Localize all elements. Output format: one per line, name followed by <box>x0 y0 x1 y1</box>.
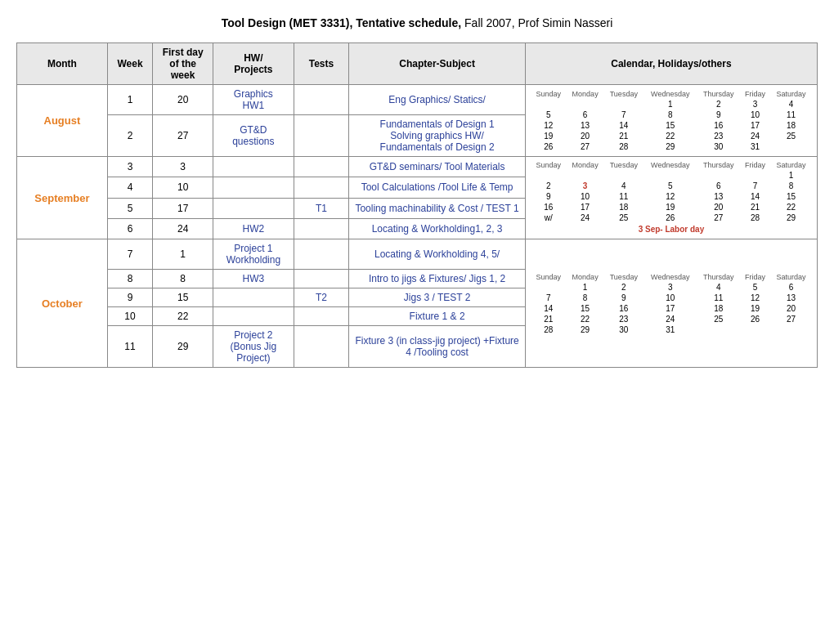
calendar-august: SundayMondayTuesdayWednesdayThursdayFrid… <box>525 85 817 157</box>
hw-3 <box>213 157 294 177</box>
firstday-20: 20 <box>153 85 213 115</box>
aug-mini-cal: SundayMondayTuesdayWednesdayThursdayFrid… <box>531 89 812 152</box>
firstday-3: 3 <box>153 157 213 177</box>
tests-9: T2 <box>294 288 349 307</box>
week-6: 6 <box>107 218 152 239</box>
title-normal: Fall 2007, Prof Simin Nasseri <box>464 16 612 29</box>
firstday-8oct: 8 <box>153 270 213 288</box>
subject-9: Jigs 3 / TEST 2 <box>349 288 526 307</box>
schedule-table: Month Week First dayof the week HW/Proje… <box>16 42 818 368</box>
subject-10: Fixture 1 & 2 <box>349 307 526 326</box>
week-10: 10 <box>107 307 152 326</box>
subject-7: Locating & Workholding 4, 5/ <box>349 239 526 270</box>
month-october: October <box>17 239 108 368</box>
header-firstday: First dayof the week <box>153 43 213 85</box>
subject-1: Eng Graphics/ Statics/ <box>349 85 526 115</box>
header-week: Week <box>107 43 152 85</box>
tests-7 <box>294 239 349 270</box>
tests-2 <box>294 115 349 157</box>
table-row: October 7 1 Project 1Workholding Locatin… <box>17 239 818 270</box>
subject-5: Tooling machinability & Cost / TEST 1 <box>349 198 526 218</box>
header-month: Month <box>17 43 108 85</box>
subject-4: Tool Calculations /Tool Life & Temp <box>349 177 526 198</box>
firstday-10: 10 <box>153 177 213 198</box>
week-7: 7 <box>107 239 152 270</box>
hw-9 <box>213 288 294 307</box>
week-3: 3 <box>107 157 152 177</box>
firstday-15oct: 15 <box>153 288 213 307</box>
hw-10 <box>213 307 294 326</box>
firstday-1oct: 1 <box>153 239 213 270</box>
tests-3 <box>294 157 349 177</box>
firstday-27: 27 <box>153 115 213 157</box>
title-bold: Tool Design (MET 3331), Tentative schedu… <box>222 16 462 29</box>
tests-5: T1 <box>294 198 349 218</box>
tests-11 <box>294 326 349 368</box>
subject-2: Fundamentals of Design 1 Solving graphic… <box>349 115 526 157</box>
hw-4 <box>213 177 294 198</box>
hw-8: HW3 <box>213 270 294 288</box>
hw-gtd: GT&Dquestions <box>213 115 294 157</box>
table-header-row: Month Week First dayof the week HW/Proje… <box>17 43 818 85</box>
header-tests: Tests <box>294 43 349 85</box>
tests-1 <box>294 85 349 115</box>
subject-3: GT&D seminars/ Tool Materials <box>349 157 526 177</box>
calendar-september: SundayMondayTuesdayWednesdayThursdayFrid… <box>525 157 817 239</box>
labor-day-note: 3 Sep- Labor day <box>531 223 812 235</box>
firstday-24: 24 <box>153 218 213 239</box>
week-9: 9 <box>107 288 152 307</box>
firstday-29oct: 29 <box>153 326 213 368</box>
month-august: August <box>17 85 108 157</box>
header-subject: Chapter-Subject <box>349 43 526 85</box>
subject-6: Locating & Workholding1, 2, 3 <box>349 218 526 239</box>
subject-11: Fixture 3 (in class-jig project) +Fixtur… <box>349 326 526 368</box>
week-8: 8 <box>107 270 152 288</box>
sep-mini-cal: SundayMondayTuesdayWednesdayThursdayFrid… <box>531 160 812 223</box>
week-11: 11 <box>107 326 152 368</box>
tests-4 <box>294 177 349 198</box>
week-5: 5 <box>107 198 152 218</box>
page-title: Tool Design (MET 3331), Tentative schedu… <box>16 16 818 29</box>
hw-11: Project 2(Bonus JigProject) <box>213 326 294 368</box>
hw-5 <box>213 198 294 218</box>
firstday-17: 17 <box>153 198 213 218</box>
oct-mini-cal: SundayMondayTuesdayWednesdayThursdayFrid… <box>531 272 812 335</box>
week-4: 4 <box>107 177 152 198</box>
subject-8: Intro to jigs & Fixtures/ Jigs 1, 2 <box>349 270 526 288</box>
week-2: 2 <box>107 115 152 157</box>
table-row: August 1 20 GraphicsHW1 Eng Graphics/ St… <box>17 85 818 115</box>
tests-8 <box>294 270 349 288</box>
tests-6 <box>294 218 349 239</box>
firstday-22oct: 22 <box>153 307 213 326</box>
hw-graphics: GraphicsHW1 <box>213 85 294 115</box>
header-hw: HW/Projects <box>213 43 294 85</box>
hw-6: HW2 <box>213 218 294 239</box>
week-1: 1 <box>107 85 152 115</box>
month-september: September <box>17 157 108 239</box>
calendar-october: SundayMondayTuesdayWednesdayThursdayFrid… <box>525 239 817 368</box>
header-calendar: Calendar, Holidays/others <box>525 43 817 85</box>
hw-7: Project 1Workholding <box>213 239 294 270</box>
tests-10 <box>294 307 349 326</box>
table-row: September 3 3 GT&D seminars/ Tool Materi… <box>17 157 818 177</box>
